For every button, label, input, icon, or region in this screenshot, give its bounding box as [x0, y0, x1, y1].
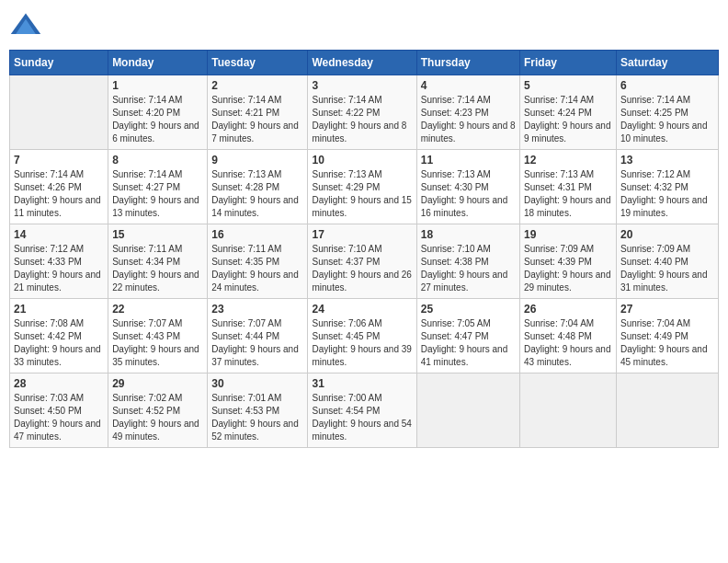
day-cell: 16Sunrise: 7:11 AM Sunset: 4:35 PM Dayli…	[208, 224, 308, 299]
header-cell-friday: Friday	[519, 51, 616, 75]
day-info: Sunrise: 7:14 AM Sunset: 4:22 PM Dayligh…	[312, 94, 412, 145]
day-cell: 8Sunrise: 7:14 AM Sunset: 4:27 PM Daylig…	[108, 150, 208, 224]
day-cell: 25Sunrise: 7:05 AM Sunset: 4:47 PM Dayli…	[416, 299, 519, 373]
day-info: Sunrise: 7:10 AM Sunset: 4:37 PM Dayligh…	[312, 243, 412, 294]
day-number: 1	[112, 79, 203, 92]
day-cell: 6Sunrise: 7:14 AM Sunset: 4:25 PM Daylig…	[616, 75, 718, 150]
day-info: Sunrise: 7:08 AM Sunset: 4:42 PM Dayligh…	[14, 317, 104, 369]
calendar-table: SundayMondayTuesdayWednesdayThursdayFrid…	[9, 50, 719, 448]
day-number: 2	[211, 79, 303, 92]
day-cell: 20Sunrise: 7:09 AM Sunset: 4:40 PM Dayli…	[616, 224, 718, 299]
day-number: 23	[211, 303, 303, 316]
day-number: 13	[620, 154, 714, 167]
day-cell: 15Sunrise: 7:11 AM Sunset: 4:34 PM Dayli…	[108, 224, 208, 299]
day-info: Sunrise: 7:13 AM Sunset: 4:29 PM Dayligh…	[312, 168, 412, 220]
day-info: Sunrise: 7:09 AM Sunset: 4:40 PM Dayligh…	[620, 243, 714, 294]
day-info: Sunrise: 7:09 AM Sunset: 4:39 PM Dayligh…	[524, 243, 612, 294]
day-cell: 26Sunrise: 7:04 AM Sunset: 4:48 PM Dayli…	[519, 299, 616, 373]
day-info: Sunrise: 7:12 AM Sunset: 4:33 PM Dayligh…	[14, 243, 104, 294]
day-number: 21	[14, 303, 104, 316]
day-cell: 31Sunrise: 7:00 AM Sunset: 4:54 PM Dayli…	[308, 373, 416, 448]
day-info: Sunrise: 7:14 AM Sunset: 4:26 PM Dayligh…	[14, 168, 104, 220]
day-number: 8	[112, 154, 203, 167]
day-cell: 22Sunrise: 7:07 AM Sunset: 4:43 PM Dayli…	[108, 299, 208, 373]
day-number: 19	[524, 228, 612, 241]
day-info: Sunrise: 7:14 AM Sunset: 4:27 PM Dayligh…	[112, 168, 203, 220]
day-info: Sunrise: 7:00 AM Sunset: 4:54 PM Dayligh…	[312, 392, 412, 443]
day-info: Sunrise: 7:07 AM Sunset: 4:43 PM Dayligh…	[112, 317, 203, 369]
day-info: Sunrise: 7:10 AM Sunset: 4:38 PM Dayligh…	[421, 243, 516, 294]
day-info: Sunrise: 7:12 AM Sunset: 4:32 PM Dayligh…	[620, 168, 714, 220]
day-cell: 29Sunrise: 7:02 AM Sunset: 4:52 PM Dayli…	[108, 373, 208, 448]
week-row-3: 21Sunrise: 7:08 AM Sunset: 4:42 PM Dayli…	[10, 299, 719, 373]
day-cell: 21Sunrise: 7:08 AM Sunset: 4:42 PM Dayli…	[10, 299, 108, 373]
header-cell-sunday: Sunday	[10, 51, 108, 75]
header-cell-wednesday: Wednesday	[308, 51, 416, 75]
day-info: Sunrise: 7:11 AM Sunset: 4:34 PM Dayligh…	[112, 243, 203, 294]
day-cell: 2Sunrise: 7:14 AM Sunset: 4:21 PM Daylig…	[208, 75, 308, 150]
day-cell: 23Sunrise: 7:07 AM Sunset: 4:44 PM Dayli…	[208, 299, 308, 373]
day-number: 14	[14, 228, 104, 241]
day-number: 16	[211, 228, 303, 241]
day-cell: 24Sunrise: 7:06 AM Sunset: 4:45 PM Dayli…	[308, 299, 416, 373]
week-row-0: 1Sunrise: 7:14 AM Sunset: 4:20 PM Daylig…	[10, 75, 719, 150]
day-info: Sunrise: 7:06 AM Sunset: 4:45 PM Dayligh…	[312, 317, 412, 369]
header-cell-thursday: Thursday	[416, 51, 519, 75]
day-number: 9	[211, 154, 303, 167]
day-number: 3	[312, 79, 412, 92]
day-number: 12	[524, 154, 612, 167]
day-cell: 14Sunrise: 7:12 AM Sunset: 4:33 PM Dayli…	[10, 224, 108, 299]
day-number: 24	[312, 303, 412, 316]
day-info: Sunrise: 7:11 AM Sunset: 4:35 PM Dayligh…	[211, 243, 303, 294]
header	[9, 9, 719, 42]
day-cell	[519, 373, 616, 448]
day-cell	[10, 75, 108, 150]
header-row: SundayMondayTuesdayWednesdayThursdayFrid…	[10, 51, 719, 75]
day-number: 25	[421, 303, 516, 316]
day-info: Sunrise: 7:01 AM Sunset: 4:53 PM Dayligh…	[211, 392, 303, 443]
day-number: 7	[14, 154, 104, 167]
day-info: Sunrise: 7:05 AM Sunset: 4:47 PM Dayligh…	[421, 317, 516, 369]
day-cell: 13Sunrise: 7:12 AM Sunset: 4:32 PM Dayli…	[616, 150, 718, 224]
day-number: 31	[312, 377, 412, 390]
day-cell: 18Sunrise: 7:10 AM Sunset: 4:38 PM Dayli…	[416, 224, 519, 299]
day-cell: 1Sunrise: 7:14 AM Sunset: 4:20 PM Daylig…	[108, 75, 208, 150]
day-cell: 5Sunrise: 7:14 AM Sunset: 4:24 PM Daylig…	[519, 75, 616, 150]
day-cell: 4Sunrise: 7:14 AM Sunset: 4:23 PM Daylig…	[416, 75, 519, 150]
day-number: 28	[14, 377, 104, 390]
day-number: 29	[112, 377, 203, 390]
day-number: 11	[421, 154, 516, 167]
day-info: Sunrise: 7:04 AM Sunset: 4:49 PM Dayligh…	[620, 317, 714, 369]
day-number: 4	[421, 79, 516, 92]
day-cell: 17Sunrise: 7:10 AM Sunset: 4:37 PM Dayli…	[308, 224, 416, 299]
logo-icon	[9, 9, 42, 42]
day-info: Sunrise: 7:07 AM Sunset: 4:44 PM Dayligh…	[211, 317, 303, 369]
day-info: Sunrise: 7:14 AM Sunset: 4:25 PM Dayligh…	[620, 94, 714, 145]
day-number: 22	[112, 303, 203, 316]
day-info: Sunrise: 7:14 AM Sunset: 4:24 PM Dayligh…	[524, 94, 612, 145]
day-cell: 7Sunrise: 7:14 AM Sunset: 4:26 PM Daylig…	[10, 150, 108, 224]
day-number: 6	[620, 79, 714, 92]
day-info: Sunrise: 7:04 AM Sunset: 4:48 PM Dayligh…	[524, 317, 612, 369]
header-cell-tuesday: Tuesday	[208, 51, 308, 75]
day-number: 5	[524, 79, 612, 92]
day-info: Sunrise: 7:14 AM Sunset: 4:20 PM Dayligh…	[112, 94, 203, 145]
day-number: 27	[620, 303, 714, 316]
day-info: Sunrise: 7:14 AM Sunset: 4:21 PM Dayligh…	[211, 94, 303, 145]
day-cell: 3Sunrise: 7:14 AM Sunset: 4:22 PM Daylig…	[308, 75, 416, 150]
day-cell	[616, 373, 718, 448]
day-number: 18	[421, 228, 516, 241]
day-number: 20	[620, 228, 714, 241]
header-cell-monday: Monday	[108, 51, 208, 75]
day-info: Sunrise: 7:02 AM Sunset: 4:52 PM Dayligh…	[112, 392, 203, 443]
day-cell	[416, 373, 519, 448]
day-cell: 9Sunrise: 7:13 AM Sunset: 4:28 PM Daylig…	[208, 150, 308, 224]
day-info: Sunrise: 7:13 AM Sunset: 4:28 PM Dayligh…	[211, 168, 303, 220]
day-cell: 11Sunrise: 7:13 AM Sunset: 4:30 PM Dayli…	[416, 150, 519, 224]
week-row-4: 28Sunrise: 7:03 AM Sunset: 4:50 PM Dayli…	[10, 373, 719, 448]
day-number: 26	[524, 303, 612, 316]
day-cell: 10Sunrise: 7:13 AM Sunset: 4:29 PM Dayli…	[308, 150, 416, 224]
day-number: 10	[312, 154, 412, 167]
day-cell: 12Sunrise: 7:13 AM Sunset: 4:31 PM Dayli…	[519, 150, 616, 224]
logo	[9, 9, 46, 42]
